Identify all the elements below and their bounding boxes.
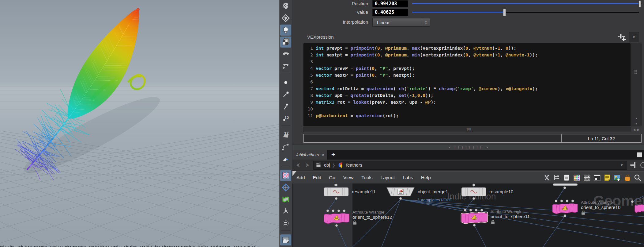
display-points-icon[interactable] <box>280 77 291 88</box>
normal-lighting-icon[interactable] <box>280 25 291 36</box>
collapse-up-icon[interactable]: ▲ <box>448 146 450 149</box>
tree-view-icon[interactable] <box>553 174 561 181</box>
wire-connector-dot[interactable] <box>469 209 472 211</box>
smooth-shading-icon[interactable] <box>280 48 291 60</box>
wire-connector-dot[interactable] <box>566 200 568 202</box>
nav-back-icon[interactable]: ⮜ <box>294 161 302 169</box>
nav-forward-icon[interactable]: ⮞ <box>303 161 311 169</box>
path-item-obj[interactable]: obj <box>324 163 330 168</box>
sticky-note-icon[interactable] <box>603 174 611 181</box>
node-orient_to_sphere11[interactable] <box>461 213 487 223</box>
wire-connector-dot[interactable] <box>475 209 477 211</box>
wire-connector-dot[interactable] <box>564 214 566 217</box>
palette-grid-icon[interactable] <box>573 174 581 181</box>
menu-tools[interactable]: Tools <box>357 175 376 180</box>
display-origin-icon[interactable] <box>280 218 291 229</box>
display-point-trails-icon[interactable] <box>280 101 291 112</box>
path-dropdown-icon[interactable]: ▼ <box>620 163 627 167</box>
menu-edit[interactable]: Edit <box>309 175 325 180</box>
editor-hscrollbar[interactable]: ⁞⁞⁞⁞⁞⁞⁞⁞ <box>303 127 631 132</box>
vex-code-editor[interactable]: 1int prevpt = primpoint(0, @primnum, max… <box>303 43 631 126</box>
wire-connector-dot[interactable] <box>563 187 566 189</box>
node-orient_to_sphere10[interactable] <box>552 203 578 214</box>
create-slider-icon[interactable] <box>617 32 627 42</box>
wire-connector-dot[interactable] <box>555 200 557 202</box>
status-message-field[interactable] <box>304 134 562 142</box>
wire-connector-dot[interactable] <box>332 210 334 212</box>
display-hulls-icon[interactable] <box>280 141 291 152</box>
wire-connector-dot[interactable] <box>335 224 338 227</box>
shelf-bag-icon[interactable] <box>623 174 631 181</box>
wire-connector-dot[interactable] <box>631 200 634 203</box>
pane-handle-icon[interactable] <box>292 171 296 176</box>
wire-connector-dot[interactable] <box>335 184 337 186</box>
display-point-numbers-icon[interactable]: 12 <box>280 113 291 124</box>
wire-connector-dot[interactable] <box>464 209 466 211</box>
scroll-down-icon[interactable]: ▼ <box>631 121 641 126</box>
new-tab-button[interactable]: + <box>328 150 339 160</box>
code-line-5[interactable]: 5vector nextP = point(0, "P", nextpt); <box>304 72 630 79</box>
collapse-down-icon[interactable]: ▼ <box>486 146 488 149</box>
display-prim-numbers-icon[interactable]: 12 <box>280 129 291 141</box>
wire-connector-dot[interactable] <box>473 184 475 186</box>
display-uv-texture-icon[interactable] <box>280 170 291 181</box>
menu-labs[interactable]: Labs <box>399 175 417 180</box>
node-node-sliver-top[interactable] <box>553 183 578 186</box>
display-prim-normals-icon[interactable] <box>280 153 291 164</box>
code-line-10[interactable]: 10 <box>304 106 630 112</box>
node-resample11[interactable] <box>324 187 348 196</box>
code-line-11[interactable]: 11p@barborient = quaternion(rot); <box>304 112 630 119</box>
code-line-3[interactable]: 3 <box>304 58 630 65</box>
display-handles-icon[interactable] <box>280 206 291 217</box>
scene-viewport[interactable]: Ctrl+Alt: Left box zooms, Ctrl+Right zoo… <box>0 0 279 247</box>
wire-connector-dot[interactable] <box>335 197 337 200</box>
image-add-icon[interactable] <box>613 174 621 181</box>
code-line-7[interactable]: 7vector4 rotDelta = quaternion(-ch('rota… <box>304 85 630 92</box>
node-object_merge1[interactable] <box>387 187 414 196</box>
pin-pane-icon[interactable] <box>630 161 638 169</box>
code-line-4[interactable]: 4vector prevP = point(0, "P", prevpt); <box>304 65 630 72</box>
node-resample10[interactable] <box>461 187 486 196</box>
menu-layout[interactable]: Layout <box>377 175 399 180</box>
search-icon[interactable] <box>634 174 642 181</box>
code-line-9[interactable]: 9matrix3 rot = lookat(prevP, nextP, upD … <box>304 99 630 106</box>
scroll-right-icon[interactable]: ▶ <box>637 128 640 131</box>
interpolation-dropdown[interactable]: Linear ▲▼ <box>372 18 430 27</box>
menu-help[interactable]: Help <box>417 175 435 180</box>
code-line-8[interactable]: 8vector upD = qrotate(rotDelta, set(-1,0… <box>304 92 630 99</box>
network-canvas[interactable]: Indie Edition Geometry resample11object_… <box>292 183 644 247</box>
no-lights-icon[interactable] <box>280 1 291 12</box>
position-field[interactable]: 0.994203 <box>372 0 408 7</box>
high-quality-lighting-icon[interactable] <box>280 37 291 48</box>
pane-splitter[interactable]: ▲ ⋮⋮⋮⋮⋮⋮⋮⋮ ▼ <box>292 144 644 150</box>
tools-icon[interactable] <box>543 174 551 181</box>
node-orient_to_sphere12[interactable] <box>324 213 349 223</box>
value-slider[interactable] <box>412 9 639 16</box>
editor-menu-dropdown[interactable]: ▼ <box>629 32 639 42</box>
scrollbar-grip-icon[interactable]: ⁞⁞⁞⁞⁞⁞ <box>634 71 639 76</box>
wire-connector-dot[interactable] <box>473 224 476 226</box>
wire-connector-dot[interactable] <box>337 210 340 212</box>
editor-vscrollbar[interactable]: ⁞⁞⁞⁞⁞⁞ ▲▼ <box>631 43 642 126</box>
code-line-6[interactable]: 6 <box>304 79 630 85</box>
menu-view[interactable]: View <box>339 175 357 180</box>
path-field[interactable]: obj ❯ feathers ▼ <box>313 161 627 170</box>
value-field[interactable]: 0.40625 <box>372 9 408 16</box>
window-link-icon[interactable] <box>593 174 601 181</box>
wire-connector-dot[interactable] <box>571 200 574 202</box>
wire-connector-dot[interactable] <box>473 197 475 200</box>
link-badge-icon[interactable] <box>640 161 644 169</box>
tab-close-icon[interactable]: × <box>322 152 324 157</box>
spinner-arrows-icon[interactable]: ▲▼ <box>422 18 430 26</box>
tab-obj-feathers[interactable]: /obj/feathers × <box>292 150 328 160</box>
display-xray-icon[interactable] <box>280 182 291 193</box>
wire-connector-dot[interactable] <box>480 209 483 211</box>
code-line-1[interactable]: 1int prevpt = primpoint(0, @primnum, max… <box>304 45 630 52</box>
wire-connector-dot[interactable] <box>560 200 563 202</box>
pane-maximize-icon[interactable] <box>637 152 642 157</box>
scroll-left-icon[interactable]: ◀ <box>633 128 635 131</box>
splitter-grip-icon[interactable]: ⋮⋮⋮⋮⋮⋮⋮⋮ <box>454 146 483 149</box>
display-point-normals-icon[interactable] <box>280 89 291 100</box>
smooth-wire-shading-icon[interactable] <box>280 60 291 71</box>
display-background-image-icon[interactable] <box>280 234 291 245</box>
